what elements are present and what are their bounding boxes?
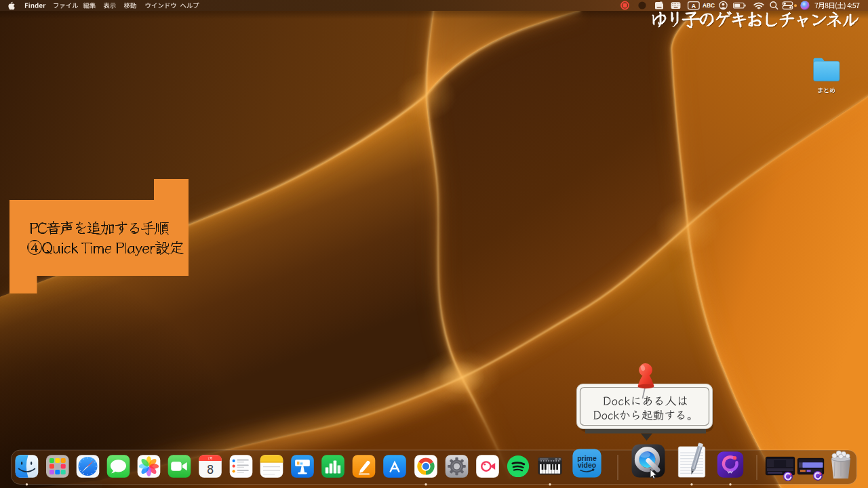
svg-text:A: A [692,3,696,9]
svg-text:video: video [578,461,597,469]
svg-text:8: 8 [207,463,214,476]
svg-text:ABC: ABC [703,2,715,9]
